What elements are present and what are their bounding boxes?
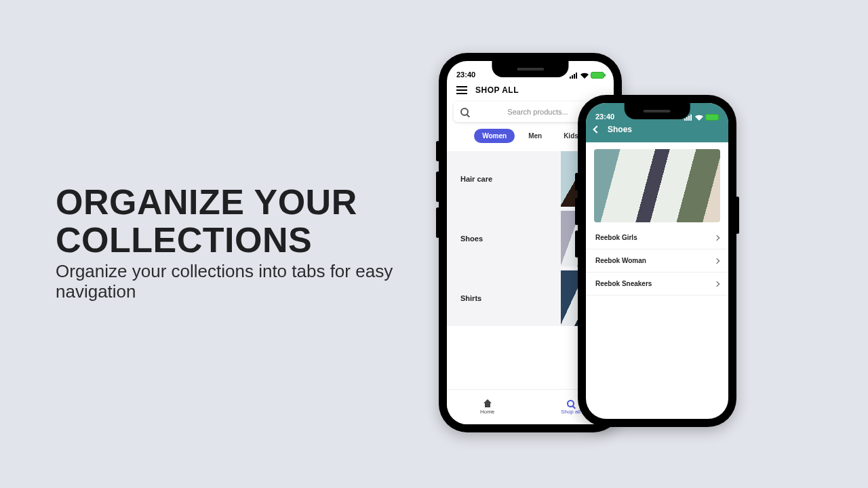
item-label: Reebok Girls xyxy=(595,234,637,241)
collection-label: Hair care xyxy=(454,175,492,183)
menu-icon[interactable] xyxy=(456,86,467,94)
header-title: SHOP ALL xyxy=(475,85,519,95)
hero-image xyxy=(594,149,720,222)
phone-notch xyxy=(492,61,568,77)
status-time: 23:40 xyxy=(456,70,475,79)
chevron-right-icon xyxy=(714,281,719,286)
marketing-copy: ORGANIZE YOUR COLLECTIONS Organize your … xyxy=(56,183,435,302)
nav-label: Home xyxy=(480,409,494,415)
battery-icon xyxy=(705,114,719,121)
battery-icon xyxy=(591,72,604,79)
collection-label: Shirts xyxy=(454,294,481,302)
signal-icon xyxy=(570,73,578,79)
phone-notch xyxy=(625,103,690,119)
list-item[interactable]: Reebok Girls xyxy=(586,226,728,249)
phone-shoes-detail: 23:40 Shoes Reebok Girls Reebok Woman Re… xyxy=(578,95,736,427)
tab-men[interactable]: Men xyxy=(520,129,550,143)
headline: ORGANIZE YOUR COLLECTIONS xyxy=(56,183,435,259)
chevron-right-icon xyxy=(714,235,719,240)
search-icon xyxy=(460,108,469,116)
list-item[interactable]: Reebok Woman xyxy=(586,249,728,272)
app-header: SHOP ALL xyxy=(447,80,614,100)
chevron-right-icon xyxy=(714,258,719,263)
item-label: Reebok Woman xyxy=(595,257,646,264)
subtext: Organize your collections into tabs for … xyxy=(56,262,435,302)
search-icon xyxy=(567,400,574,407)
home-icon xyxy=(483,399,492,407)
collection-label: Shoes xyxy=(454,235,483,243)
wifi-icon xyxy=(580,73,589,79)
nav-label: Shop all xyxy=(561,409,580,415)
item-label: Reebok Sneakers xyxy=(595,280,652,287)
page-title: Shoes xyxy=(608,125,632,134)
tab-women[interactable]: Women xyxy=(474,129,515,143)
status-time: 23:40 xyxy=(595,113,614,121)
list-item[interactable]: Reebok Sneakers xyxy=(586,272,728,296)
back-icon[interactable] xyxy=(593,125,600,133)
nav-home[interactable]: Home xyxy=(480,399,494,415)
wifi-icon xyxy=(695,115,703,121)
